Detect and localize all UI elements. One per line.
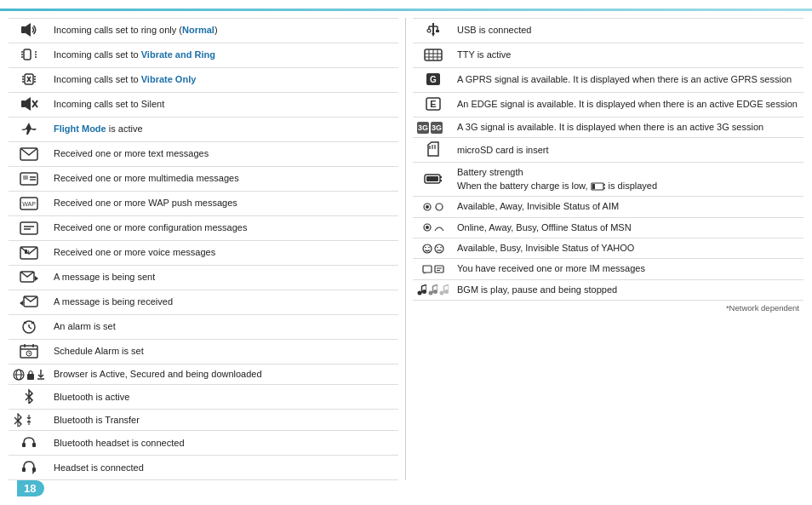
voice-msg-icon [20, 244, 38, 260]
row-text: Browser is Active, Secured and being dow… [54, 369, 262, 379]
table-row: Bluetooth is active [9, 385, 398, 410]
usb-icon [425, 22, 442, 37]
svg-point-103 [426, 226, 429, 229]
row-text: microSD card is insert [457, 145, 549, 155]
gprs-icon: G [426, 72, 441, 87]
bgm-stop-icon [439, 284, 449, 296]
top-border [0, 9, 812, 11]
left-column: Incoming calls set to ring only (Normal) [9, 18, 406, 480]
vibrate-only-icon [20, 72, 38, 87]
svg-line-66 [32, 472, 34, 473]
msn-icon-2 [434, 223, 444, 232]
icon-cell [413, 138, 453, 163]
row-text: A GPRS signal is available. It is displa… [457, 74, 792, 84]
highlight-text: Flight Mode [54, 123, 106, 134]
svg-rect-64 [22, 468, 26, 472]
battery-icon [424, 173, 443, 185]
svg-rect-92 [426, 176, 438, 181]
table-row: Received one or more multimedia messages [9, 167, 398, 192]
row-text: Incoming calls set to ring only (Normal) [54, 25, 218, 35]
msg-sending-icon [20, 269, 38, 284]
svg-text:WAP: WAP [22, 201, 36, 207]
bluetooth-icon [22, 388, 36, 404]
svg-point-108 [437, 246, 438, 248]
config-msg-icon [20, 220, 38, 235]
flight-mode-icon [20, 121, 38, 136]
3g-icon-1: 3G [417, 122, 429, 134]
icon-cell [9, 167, 49, 192]
table-row: A message is being received [9, 290, 398, 315]
svg-marker-37 [20, 301, 23, 306]
svg-text:3G: 3G [432, 123, 442, 132]
icon-cell [9, 290, 49, 315]
svg-point-101 [436, 204, 443, 210]
row-text: Received one or more multimedia messages [54, 173, 239, 183]
desc-cell: BGM is play, pause and being stopped [453, 279, 803, 300]
desc-cell: An alarm is set [49, 315, 398, 340]
table-row: Headset is connected [9, 456, 398, 480]
desc-cell: Incoming calls set to Vibrate Only [49, 68, 398, 93]
svg-rect-72 [436, 30, 439, 32]
icon-cell: WAP [9, 192, 49, 216]
desc-cell: A message is being received [49, 290, 398, 315]
svg-rect-65 [32, 468, 36, 472]
highlight-text: Normal [182, 25, 214, 35]
icon-cell [9, 142, 49, 167]
row-text: Schedule Alarm is set [54, 346, 144, 356]
icon-cell: 3G 3G [413, 118, 453, 138]
alarm-icon [20, 318, 38, 334]
desc-cell: Bluetooth is active [49, 385, 398, 410]
table-row: A message is being sent [9, 266, 398, 290]
row-text: Incoming calls set to Vibrate Only [54, 74, 196, 84]
row-text: An EDGE signal is available. It is displ… [457, 99, 798, 109]
im-icons [417, 265, 449, 274]
icon-cell [9, 266, 49, 290]
svg-marker-19 [26, 97, 31, 111]
row-text: A message is being sent [54, 272, 155, 282]
row-text: Available, Away, Invisible Status of AIM [457, 201, 619, 211]
download-icon [37, 369, 45, 381]
desc-cell: Flight Mode is active [49, 118, 398, 142]
icon-cell [9, 216, 49, 241]
icon-cell [9, 43, 49, 68]
desc-cell: Incoming calls set to Vibrate and Ring [49, 43, 398, 68]
bgm-pause-icon [428, 284, 437, 296]
svg-marker-73 [432, 33, 435, 37]
icon-cell [413, 19, 453, 43]
desc-cell: A GPRS signal is available. It is displa… [453, 68, 803, 93]
aim-icon-2 [434, 203, 444, 211]
desc-cell: Received one or more voice messages [49, 241, 398, 266]
svg-point-100 [426, 205, 429, 209]
icon-cell [9, 68, 49, 93]
highlight-text: Vibrate Only [141, 74, 197, 84]
aim-icon-1 [422, 203, 432, 211]
row-text: Incoming calls set to Vibrate and Ring [54, 49, 215, 60]
svg-point-109 [440, 246, 442, 248]
ring-only-icon [20, 22, 38, 37]
row-text: Received one or more text messages [54, 148, 209, 158]
desc-cell: A message is being sent [49, 266, 398, 290]
network-note: *Network dependent [413, 301, 803, 313]
aim-icons [417, 203, 449, 211]
yahoo-happy-icon [422, 244, 432, 254]
row-text: Received one or more WAP push messages [54, 198, 237, 208]
schedule-alarm-icon [20, 343, 38, 359]
svg-point-105 [425, 246, 426, 248]
icon-cell [9, 93, 49, 118]
yahoo-icons [417, 244, 449, 254]
desc-cell: A 3G signal is available. It is displaye… [453, 118, 803, 138]
vibrate-ring-icon [20, 47, 38, 62]
transfer-arrows-icon [25, 413, 33, 427]
icon-cell [413, 163, 453, 197]
browser-icons [13, 369, 45, 381]
desc-cell: You have received one or more IM message… [453, 259, 803, 279]
row-text: Headset is connected [54, 462, 144, 473]
wap-msg-icon: WAP [20, 195, 38, 210]
svg-point-106 [428, 246, 430, 248]
row-text: USB is connected [457, 25, 531, 35]
text-msg-icon [20, 146, 38, 161]
row-text: Battery strengthWhen the battery charge … [457, 167, 657, 190]
row-text: TTY is active [457, 49, 511, 60]
row-text: Incoming calls set to Silent [54, 99, 164, 109]
table-row: Flight Mode is active [9, 118, 398, 142]
